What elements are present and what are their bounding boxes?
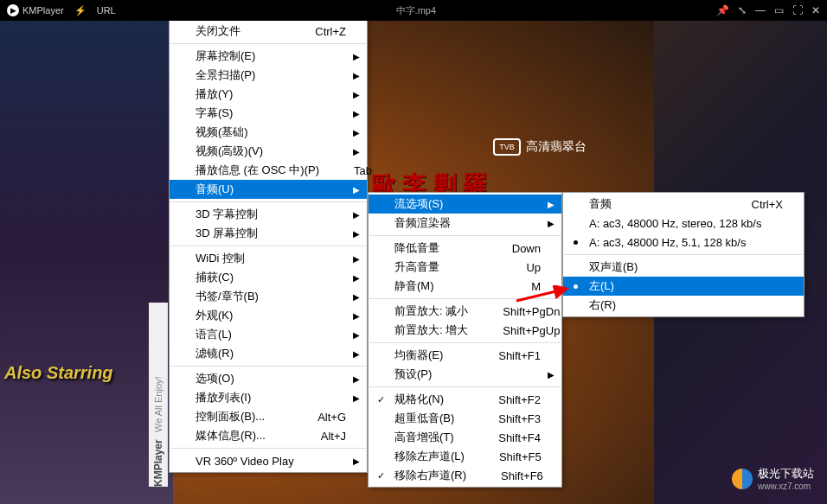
side-tagline: We All Enjoy! bbox=[153, 377, 163, 433]
menu-playlist[interactable]: 播放列表(I)▶ bbox=[170, 388, 367, 407]
restore-icon[interactable]: ▭ bbox=[774, 4, 784, 16]
menu-separator bbox=[369, 386, 561, 387]
chevron-right-icon: ▶ bbox=[353, 109, 360, 118]
chevron-right-icon: ▶ bbox=[353, 374, 360, 384]
menu-control-panel[interactable]: 控制面板(B)...Alt+G bbox=[170, 407, 367, 426]
download-site-watermark: 极光下载站 www.xz7.com bbox=[732, 466, 814, 491]
chevron-right-icon: ▶ bbox=[353, 330, 360, 340]
context-menu-audio: 流选项(S)▶ 音频渲染器▶ 降低音量Down 升高音量Up 静音(M)M 前置… bbox=[368, 192, 562, 488]
menu-audio-track[interactable]: 音频Ctrl+X bbox=[563, 195, 804, 214]
close-icon[interactable]: ✕ bbox=[811, 4, 820, 16]
menu-separator bbox=[170, 448, 366, 449]
chevron-right-icon: ▶ bbox=[353, 349, 360, 359]
menu-channel-left[interactable]: 左(L) bbox=[563, 277, 804, 296]
compact-icon[interactable]: ⤡ bbox=[738, 4, 747, 16]
menu-preamp-up[interactable]: 前置放大: 增大Shift+PgUp bbox=[369, 321, 561, 340]
bolt-icon[interactable]: ⚡ bbox=[74, 5, 87, 16]
menu-mute[interactable]: 静音(M)M bbox=[369, 277, 561, 296]
menu-preset[interactable]: 预设(P)▶ bbox=[369, 365, 561, 384]
menu-vr360[interactable]: VR 360º Video Play▶ bbox=[170, 451, 367, 470]
window-title: 中字.mp4 bbox=[116, 4, 716, 17]
menu-options[interactable]: 选项(O)▶ bbox=[170, 369, 367, 388]
radio-selected-icon bbox=[574, 284, 578, 289]
menu-play[interactable]: 播放(Y)▶ bbox=[170, 85, 367, 104]
menu-remove-left[interactable]: 移除左声道(L)Shift+F5 bbox=[369, 447, 561, 466]
menu-separator bbox=[170, 43, 366, 44]
radio-selected-icon bbox=[574, 240, 578, 245]
side-brand: KMPlayer bbox=[152, 439, 164, 487]
menu-media-info[interactable]: 媒体信息(R)...Alt+J bbox=[170, 426, 367, 445]
menu-remove-right[interactable]: ✓移除右声道(R)Shift+F6 bbox=[369, 466, 561, 485]
menu-stream-options[interactable]: 流选项(S)▶ bbox=[369, 195, 561, 214]
menu-volume-down[interactable]: 降低音量Down bbox=[369, 239, 561, 258]
video-background-right bbox=[0, 0, 173, 504]
menu-audio[interactable]: 音频(U)▶ bbox=[170, 180, 367, 199]
app-name: KMPlayer bbox=[22, 5, 64, 16]
menu-track-stereo[interactable]: A: ac3, 48000 Hz, stereo, 128 kb/s bbox=[563, 214, 804, 233]
chevron-right-icon: ▶ bbox=[353, 229, 360, 239]
chevron-right-icon: ▶ bbox=[353, 90, 360, 99]
chevron-right-icon: ▶ bbox=[353, 210, 360, 220]
menu-separator bbox=[170, 366, 366, 367]
menu-capture[interactable]: 捕获(C)▶ bbox=[170, 268, 367, 287]
menu-normalize[interactable]: ✓规格化(N)Shift+F2 bbox=[369, 390, 561, 409]
menu-video-basic[interactable]: 视频(基础)▶ bbox=[170, 123, 367, 142]
credits-text: Also Starring bbox=[4, 363, 113, 383]
chevron-right-icon: ▶ bbox=[353, 456, 360, 466]
menu-audio-renderer[interactable]: 音频渲染器▶ bbox=[369, 214, 561, 233]
chevron-right-icon: ▶ bbox=[353, 273, 360, 283]
menu-separator bbox=[564, 254, 803, 255]
menu-channel-right[interactable]: 右(R) bbox=[563, 296, 804, 315]
chevron-right-icon: ▶ bbox=[548, 219, 555, 228]
menu-pan-scan[interactable]: 全景扫描(P)▶ bbox=[170, 66, 367, 85]
menu-equalizer[interactable]: 均衡器(E)Shift+F1 bbox=[369, 346, 561, 365]
menu-3d-screen[interactable]: 3D 屏幕控制▶ bbox=[170, 224, 367, 243]
side-brand-label: KMPlayer We All Enjoy! bbox=[149, 303, 168, 487]
chevron-right-icon: ▶ bbox=[353, 128, 360, 137]
menu-separator bbox=[170, 201, 366, 202]
tv-channel-name: 高清翡翠台 bbox=[526, 139, 587, 155]
menu-treble-boost[interactable]: 高音增强(T)Shift+F4 bbox=[369, 428, 561, 447]
menu-separator bbox=[170, 246, 366, 246]
menu-preamp-down[interactable]: 前置放大: 减小Shift+PgDn bbox=[369, 302, 561, 321]
minimize-icon[interactable]: — bbox=[755, 4, 766, 16]
context-menu-main: 收藏夹(A)▶ 关闭文件Ctrl+Z 屏幕控制(E)▶ 全景扫描(P)▶ 播放(… bbox=[169, 0, 368, 473]
titlebar: ▶ KMPlayer ⚡ URL 中字.mp4 📌 ⤡ — ▭ ⛶ ✕ bbox=[0, 0, 827, 21]
context-menu-stream: 音频Ctrl+X A: ac3, 48000 Hz, stereo, 128 k… bbox=[562, 192, 805, 317]
chevron-right-icon: ▶ bbox=[353, 393, 360, 403]
menu-track-surround[interactable]: A: ac3, 48000 Hz, 5.1, 128 kb/s bbox=[563, 233, 804, 252]
url-button[interactable]: URL bbox=[97, 5, 116, 16]
menu-skin[interactable]: 外观(K)▶ bbox=[170, 306, 367, 325]
download-logo-icon bbox=[732, 469, 753, 489]
menu-language[interactable]: 语言(L)▶ bbox=[170, 325, 367, 344]
chevron-right-icon: ▶ bbox=[353, 254, 360, 264]
chevron-right-icon: ▶ bbox=[353, 147, 360, 156]
menu-widi[interactable]: WiDi 控制▶ bbox=[170, 249, 367, 268]
chevron-right-icon: ▶ bbox=[353, 311, 360, 321]
menu-video-advanced[interactable]: 视频(高级)(V)▶ bbox=[170, 142, 367, 161]
menu-super-bass[interactable]: 超重低音(B)Shift+F3 bbox=[369, 409, 561, 428]
chevron-right-icon: ▶ bbox=[353, 185, 360, 195]
menu-volume-up[interactable]: 升高音量Up bbox=[369, 258, 561, 277]
download-site-name: 极光下载站 bbox=[758, 466, 814, 482]
check-icon: ✓ bbox=[377, 470, 385, 482]
pin-icon[interactable]: 📌 bbox=[716, 4, 729, 16]
menu-bookmark[interactable]: 书签/章节(B)▶ bbox=[170, 287, 367, 306]
check-icon: ✓ bbox=[377, 394, 385, 405]
menu-separator bbox=[369, 342, 561, 343]
chevron-right-icon: ▶ bbox=[353, 71, 360, 80]
logo-icon: ▶ bbox=[7, 4, 19, 16]
download-site-url: www.xz7.com bbox=[758, 482, 814, 491]
chevron-right-icon: ▶ bbox=[548, 370, 555, 380]
menu-close-file[interactable]: 关闭文件Ctrl+Z bbox=[170, 22, 367, 41]
menu-play-info[interactable]: 播放信息 (在 OSC 中)(P)Tab bbox=[170, 161, 367, 180]
chevron-right-icon: ▶ bbox=[353, 292, 360, 302]
menu-channel-stereo[interactable]: 双声道(B) bbox=[563, 258, 804, 277]
app-logo[interactable]: ▶ KMPlayer bbox=[7, 4, 64, 16]
fullscreen-icon[interactable]: ⛶ bbox=[792, 4, 803, 16]
menu-filter[interactable]: 滤镜(R)▶ bbox=[170, 344, 367, 363]
chevron-right-icon: ▶ bbox=[353, 52, 360, 61]
menu-3d-subtitle[interactable]: 3D 字幕控制▶ bbox=[170, 205, 367, 224]
menu-screen-control[interactable]: 屏幕控制(E)▶ bbox=[170, 47, 367, 66]
menu-subtitle[interactable]: 字幕(S)▶ bbox=[170, 104, 367, 123]
